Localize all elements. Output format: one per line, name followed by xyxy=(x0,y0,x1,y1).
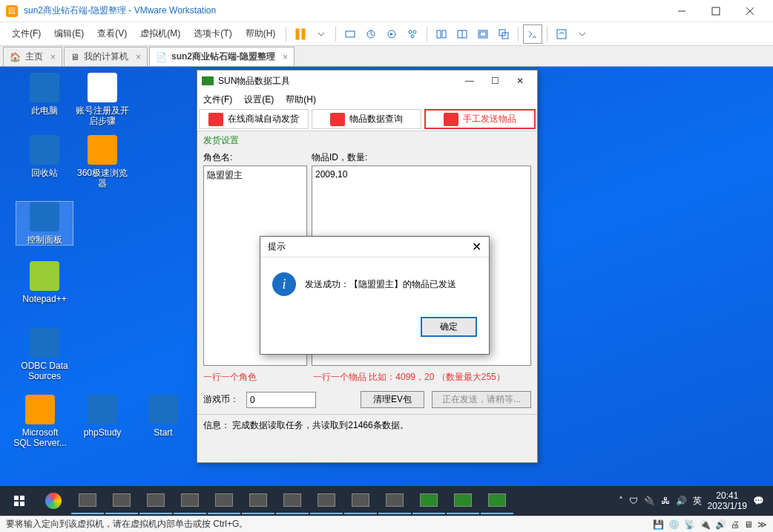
desktop-icon[interactable]: phpStudy xyxy=(74,395,131,438)
tray-icon[interactable]: 🛡 xyxy=(629,496,638,506)
snapshot-icon[interactable] xyxy=(361,24,381,44)
tab-mycomputer[interactable]: 🖥 我的计算机 × xyxy=(64,47,148,66)
svg-point-10 xyxy=(413,30,416,33)
taskbar-app[interactable] xyxy=(71,487,104,514)
layout2-icon[interactable] xyxy=(453,24,472,44)
snapshot-manager-icon[interactable] xyxy=(403,24,422,44)
tab-close-icon[interactable]: × xyxy=(50,52,56,62)
icon-graphic xyxy=(30,135,59,165)
pause-button[interactable] xyxy=(291,24,310,44)
close-button[interactable] xyxy=(733,0,767,22)
desktop-icon[interactable]: ODBC Data Sources xyxy=(16,328,73,381)
desktop-icon[interactable]: Start xyxy=(135,395,191,438)
tray-up-icon[interactable]: ˄ xyxy=(619,496,623,506)
dropdown2-icon[interactable] xyxy=(573,24,592,44)
desktop-icon[interactable]: 控制面板 xyxy=(16,202,73,245)
snapshot-revert-icon[interactable] xyxy=(382,24,401,44)
menu-file[interactable]: 文件(F) xyxy=(6,24,47,43)
tab-home[interactable]: 🏠 主页 × xyxy=(3,47,62,66)
svg-rect-6 xyxy=(346,31,355,37)
device-printer-icon[interactable]: 🖨 xyxy=(731,519,740,530)
app-menu-help[interactable]: 帮助(H) xyxy=(286,93,316,106)
send-ctrl-alt-del-icon[interactable] xyxy=(341,24,360,44)
device-usb-icon[interactable]: 🔌 xyxy=(700,519,711,530)
app-maximize-button[interactable]: ☐ xyxy=(482,71,507,91)
desktop-icon[interactable]: 此电脑 xyxy=(16,73,73,116)
device-net-icon[interactable]: 📡 xyxy=(684,519,695,530)
icon-label: Notepad++ xyxy=(16,294,73,304)
layout1-icon[interactable] xyxy=(432,24,451,44)
tab-vm[interactable]: 📄 sun2商业钻石端-隐盟整理 × xyxy=(149,47,295,66)
device-display-icon[interactable]: 🖥 xyxy=(744,519,753,530)
dialog-close-icon[interactable]: ✕ xyxy=(472,240,481,254)
desktop-icon[interactable]: 账号注册及开启步骤 xyxy=(74,73,131,126)
desktop-icon[interactable]: 回收站 xyxy=(16,135,73,178)
dialog-ok-button[interactable]: 确定 xyxy=(421,317,477,337)
dropdown-icon[interactable] xyxy=(312,24,331,44)
taskbar-app[interactable] xyxy=(344,487,377,514)
menu-vm[interactable]: 虚拟机(M) xyxy=(134,24,186,43)
tab-label: 物品数据查询 xyxy=(349,113,403,125)
vmware-statusbar: 要将输入定向到该虚拟机，请在虚拟机内部单击或按 Ctrl+G。 💾 💿 📡 🔌 … xyxy=(0,516,773,532)
taskbar-browser[interactable] xyxy=(37,487,70,514)
app-titlebar: SUN物品数据工具 — ☐ ✕ xyxy=(197,70,537,91)
tray-network-icon[interactable]: 🖧 xyxy=(661,496,670,506)
device-more-icon[interactable]: ≫ xyxy=(757,519,767,530)
taskbar-app[interactable] xyxy=(412,487,445,514)
tray-icon[interactable]: 🔌 xyxy=(644,496,655,506)
start-button[interactable] xyxy=(3,487,36,514)
layout3-icon[interactable] xyxy=(473,24,493,44)
tab-close-icon[interactable]: × xyxy=(136,52,141,62)
taskbar-app[interactable] xyxy=(310,487,343,514)
desktop-icon[interactable]: 360极速浏览器 xyxy=(74,135,131,188)
tray-notifications-icon[interactable]: 💬 xyxy=(753,496,764,506)
taskbar-app[interactable] xyxy=(242,487,274,514)
taskbar-app[interactable] xyxy=(105,487,138,514)
layout4-icon[interactable] xyxy=(494,24,513,44)
guest-desktop[interactable]: 此电脑账号注册及开启步骤回收站360极速浏览器控制面板Notepad++ODBC… xyxy=(0,67,773,516)
taskbar-app[interactable] xyxy=(378,487,411,514)
clear-ev-button[interactable]: 清理EV包 xyxy=(361,391,424,408)
menu-view[interactable]: 查看(V) xyxy=(91,24,133,43)
desktop-icon[interactable]: Microsoft SQL Server... xyxy=(12,395,68,448)
tray-ime[interactable]: 英 xyxy=(693,495,702,508)
tab-close-icon[interactable]: × xyxy=(283,52,288,62)
tab-query[interactable]: 物品数据查询 xyxy=(312,109,421,129)
taskbar-app[interactable] xyxy=(447,487,479,514)
icon-label: Start xyxy=(135,427,191,438)
icon-graphic xyxy=(30,328,59,358)
app-close-button[interactable]: ✕ xyxy=(507,71,533,91)
taskbar-app[interactable] xyxy=(276,487,309,514)
taskbar-app[interactable] xyxy=(208,487,240,514)
desktop-icon[interactable]: Notepad++ xyxy=(16,261,73,304)
tray-volume-icon[interactable]: 🔊 xyxy=(676,496,687,506)
coin-input[interactable] xyxy=(246,392,316,408)
tray-clock[interactable]: 20:41 2023/1/19 xyxy=(708,490,747,511)
console-icon[interactable] xyxy=(523,24,542,44)
taskbar-app[interactable] xyxy=(174,487,206,514)
vm-display[interactable]: 此电脑账号注册及开启步骤回收站360极速浏览器控制面板Notepad++ODBC… xyxy=(0,67,773,516)
menu-help[interactable]: 帮助(H) xyxy=(240,24,282,43)
menu-edit[interactable]: 编辑(E) xyxy=(48,24,90,43)
pc-icon: 🖥 xyxy=(70,52,79,62)
system-tray: ˄ 🛡 🔌 🖧 🔊 英 20:41 2023/1/19 💬 xyxy=(619,490,770,511)
device-sound-icon[interactable]: 🔊 xyxy=(715,519,726,530)
device-cd-icon[interactable]: 💿 xyxy=(668,519,680,530)
message-dialog: 提示 ✕ i 发送成功：【隐盟盟主】的物品已发送 确定 xyxy=(260,236,490,355)
maximize-button[interactable] xyxy=(699,0,733,22)
device-disk-icon[interactable]: 💾 xyxy=(653,519,664,530)
menu-tabs[interactable]: 选项卡(T) xyxy=(188,24,237,43)
sending-status: 正在发送，请稍等... xyxy=(432,391,531,408)
svg-rect-13 xyxy=(442,30,446,38)
svg-point-9 xyxy=(409,30,412,33)
app-minimize-button[interactable]: — xyxy=(457,71,482,91)
tab-auto-delivery[interactable]: 在线商城自动发货 xyxy=(199,109,309,129)
role-label: 角色名: xyxy=(203,151,312,164)
tab-manual-send[interactable]: 手工发送物品 xyxy=(424,109,536,129)
minimize-button[interactable] xyxy=(665,0,699,22)
taskbar-app[interactable] xyxy=(481,487,513,514)
taskbar-app[interactable] xyxy=(139,487,172,514)
app-menu-file[interactable]: 文件(F) xyxy=(203,93,232,106)
app-menu-settings[interactable]: 设置(E) xyxy=(244,93,274,106)
fullscreen-icon[interactable] xyxy=(552,24,571,44)
